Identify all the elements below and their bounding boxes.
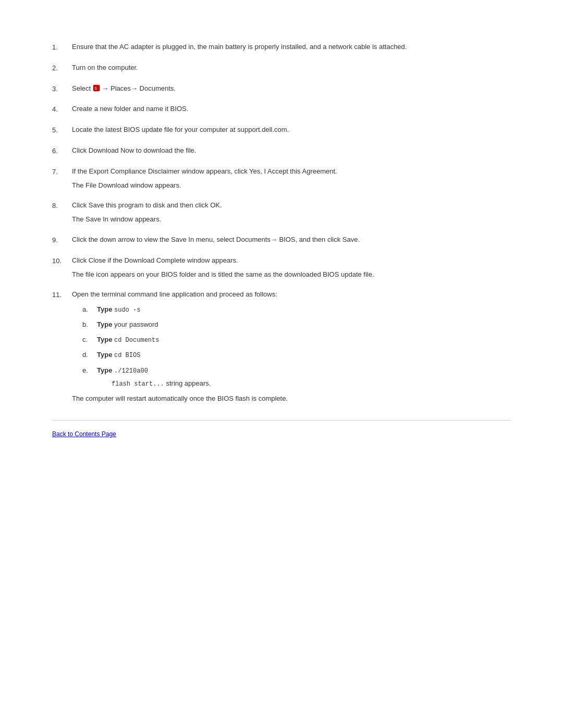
sub-c-code: cd Documents <box>114 337 159 344</box>
step-3: Select S → Places→ Documents. <box>52 83 511 95</box>
step-9-text: Click the down arrow to view the Save In… <box>72 236 360 243</box>
sub-a-bold: Type <box>97 305 112 313</box>
sub-step-d: Type cd BIOS <box>82 350 511 361</box>
sub-a-code: sudo -s <box>114 306 140 314</box>
steps-list: Ensure that the AC adapter is plugged in… <box>52 42 511 404</box>
step-10-note: The file icon appears on your BIOS folde… <box>72 269 511 280</box>
back-to-contents-link[interactable]: Back to Contents Page <box>52 430 116 438</box>
step-7: If the Export Compliance Disclaimer wind… <box>52 166 511 191</box>
sub-c-bold: Type <box>97 336 112 343</box>
step-1: Ensure that the AC adapter is plugged in… <box>52 42 511 53</box>
sub-d-bold: Type <box>97 351 112 359</box>
sub-step-b: Type your password <box>82 319 511 330</box>
step-1-text: Ensure that the AC adapter is plugged in… <box>72 43 407 51</box>
step-7-note: The File Download window appears. <box>72 180 511 191</box>
step-7-text: If the Export Compliance Disclaimer wind… <box>72 167 337 175</box>
step-8-text: Click Save this program to disk and then… <box>72 201 222 209</box>
flash-code: flash start... <box>112 380 164 388</box>
step-11-text: Open the terminal command line applicati… <box>72 290 277 298</box>
sub-step-c: Type cd Documents <box>82 335 511 346</box>
step-5: Locate the latest BIOS update file for y… <box>52 125 511 136</box>
step-11-final-note: The computer will restart automatically … <box>72 393 511 404</box>
main-content: Ensure that the AC adapter is plugged in… <box>52 42 511 438</box>
step-4: Create a new folder and name it BIOS. <box>52 104 511 115</box>
step-8: Click Save this program to disk and then… <box>52 200 511 225</box>
sub-step-e: Type ./1210a00 flash start... string app… <box>82 365 511 389</box>
step-2: Turn on the computer. <box>52 63 511 74</box>
step-6: Click Download Now to download the file. <box>52 145 511 157</box>
sub-b-text: your password <box>114 320 158 328</box>
system-menu-icon: S <box>93 84 100 92</box>
step-3-select: Select <box>72 84 93 92</box>
step-10-text: Click Close if the Download Complete win… <box>72 256 238 264</box>
flash-note: flash start... string appears. <box>97 378 211 389</box>
sub-e-code: ./1210a00 <box>114 367 148 375</box>
step-8-note: The Save In window appears. <box>72 214 511 225</box>
step-5-text: Locate the latest BIOS update file for y… <box>72 126 289 133</box>
sub-e-bold: Type <box>97 366 112 374</box>
flash-text: string appears. <box>166 379 211 387</box>
step-2-text: Turn on the computer. <box>72 64 138 71</box>
sub-steps-list: Type sudo -s Type your password Type cd … <box>72 304 511 389</box>
divider <box>52 420 511 421</box>
sub-b-bold: Type <box>97 320 112 328</box>
step-3-rest: → Places→ Documents. <box>100 84 176 92</box>
sub-step-a: Type sudo -s <box>82 304 511 315</box>
step-11: Open the terminal command line applicati… <box>52 289 511 404</box>
step-9: Click the down arrow to view the Save In… <box>52 235 511 246</box>
step-6-text: Click Download Now to download the file. <box>72 146 196 154</box>
sub-d-code: cd BIOS <box>114 352 140 359</box>
svg-text:S: S <box>94 86 97 91</box>
step-4-text: Create a new folder and name it BIOS. <box>72 105 188 113</box>
step-10: Click Close if the Download Complete win… <box>52 255 511 280</box>
